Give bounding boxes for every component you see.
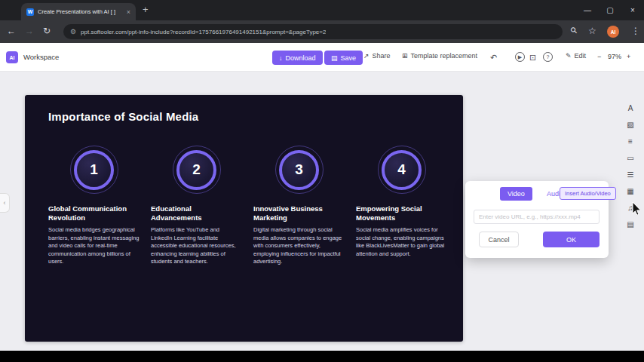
zoom-level: 97%	[608, 53, 621, 60]
share-button[interactable]: ↗ Share	[363, 52, 391, 60]
browser-tab[interactable]: W Create Presentations with AI [ ] ×	[21, 3, 136, 20]
table-icon[interactable]: ▦	[624, 186, 636, 198]
slide-item: 2 Educational Advancements Platforms lik…	[151, 142, 242, 266]
chart-icon[interactable]: ▤	[624, 219, 636, 231]
slide-item: 1 Global Communication Revolution Social…	[48, 142, 140, 266]
item-heading[interactable]: Empowering Social Movements	[356, 204, 447, 222]
reload-button[interactable]: ↻	[43, 26, 51, 36]
share-icon: ↗	[363, 52, 370, 60]
new-tab-button[interactable]: +	[143, 4, 149, 15]
template-replacement-button[interactable]: ⊞ Template replacement	[402, 52, 477, 60]
number-badge[interactable]: 1	[48, 142, 140, 198]
maximize-button[interactable]: ▢	[599, 6, 621, 14]
slide-columns: 1 Global Communication Revolution Social…	[48, 142, 447, 266]
number-badge[interactable]: 3	[253, 142, 345, 198]
app-logo: AI	[6, 51, 18, 63]
left-panel-toggle[interactable]: ‹	[0, 193, 10, 213]
zoom-search-icon[interactable]: ⚲	[569, 25, 580, 36]
slide-title[interactable]: Importance of Social Media	[48, 110, 198, 123]
close-button[interactable]: ×	[621, 6, 644, 14]
tab-title: Create Presentations with AI [ ]	[38, 8, 123, 15]
cancel-button[interactable]: Cancel	[479, 232, 519, 247]
item-body[interactable]: Platforms like YouTube and LinkedIn Lear…	[151, 226, 242, 266]
edit-pencil-icon: ✎	[566, 52, 572, 60]
download-button[interactable]: ↓ Download	[272, 51, 323, 65]
list-icon[interactable]: ☰	[624, 169, 636, 181]
address-bar: ← → ↻ ⚙ ppt.softooler.com/ppt-info-inclu…	[0, 20, 644, 43]
zoom-in-button[interactable]: +	[627, 53, 630, 60]
item-heading[interactable]: Educational Advancements	[151, 204, 242, 222]
tab-favicon-icon: W	[26, 8, 34, 16]
help-icon[interactable]: ?	[543, 52, 553, 62]
back-button[interactable]: ←	[7, 26, 16, 36]
slide-item: 4 Empowering Social Movements Social med…	[356, 142, 447, 266]
url-text: ppt.softooler.com/ppt-info-include?recor…	[81, 29, 326, 35]
tab-close-icon[interactable]: ×	[127, 8, 130, 16]
presentation-slide[interactable]: Importance of Social Media 1 Global Comm…	[25, 95, 463, 342]
undo-icon[interactable]: ↶	[490, 53, 497, 63]
save-button[interactable]: ▤ Save	[324, 51, 363, 65]
number-badge[interactable]: 4	[356, 142, 447, 198]
image-icon[interactable]: ▧	[624, 119, 636, 131]
window-controls: — ▢ ×	[576, 0, 644, 20]
lines-icon[interactable]: ≡	[624, 136, 636, 148]
shape-icon[interactable]: ▭	[624, 152, 636, 164]
zoom-out-button[interactable]: −	[597, 53, 601, 60]
browser-menu-icon[interactable]: ⋮	[631, 26, 640, 36]
forward-button[interactable]: →	[25, 26, 34, 36]
number-badge[interactable]: 2	[151, 142, 242, 198]
minimize-button[interactable]: —	[576, 6, 599, 14]
edit-button[interactable]: ✎ Edit	[566, 52, 586, 60]
bookmark-star-icon[interactable]: ☆	[588, 26, 596, 36]
insert-audio-video-tooltip: Insert Audio/Video	[560, 187, 616, 200]
app-toolbar: AI Workspace ↓ Download ▤ Save ↗ Share ⊞…	[0, 43, 644, 72]
item-heading[interactable]: Global Communication Revolution	[48, 204, 140, 222]
tab-bar: W Create Presentations with AI [ ] × + —…	[0, 0, 644, 20]
save-icon: ▤	[331, 54, 338, 62]
item-heading[interactable]: Innovative Business Marketing	[253, 204, 345, 222]
site-info-icon[interactable]: ⚙	[70, 28, 76, 35]
present-play-icon[interactable]: ▶	[515, 52, 525, 62]
fullscreen-icon[interactable]: ⊡	[529, 53, 536, 63]
workspace-label: Workspace	[23, 53, 59, 61]
item-body[interactable]: Digital marketing through social media a…	[253, 226, 345, 266]
bottom-bar	[0, 351, 644, 362]
item-body[interactable]: Social media bridges geographical barrie…	[48, 226, 140, 266]
mouse-cursor	[632, 202, 642, 220]
profile-avatar[interactable]: AI	[607, 26, 619, 38]
tab-video[interactable]: Video	[500, 187, 532, 201]
item-body[interactable]: Social media amplifies voices for social…	[356, 226, 447, 258]
slide-item: 3 Innovative Business Marketing Digital …	[253, 142, 345, 266]
text-icon[interactable]: A	[624, 103, 636, 115]
download-icon: ↓	[279, 54, 283, 62]
video-url-input[interactable]	[474, 210, 600, 224]
browser-window: W Create Presentations with AI [ ] × + —…	[0, 0, 644, 362]
template-icon: ⊞	[402, 52, 408, 60]
ok-button[interactable]: OK	[543, 232, 600, 247]
url-bar[interactable]: ⚙ ppt.softooler.com/ppt-info-include?rec…	[63, 24, 563, 39]
